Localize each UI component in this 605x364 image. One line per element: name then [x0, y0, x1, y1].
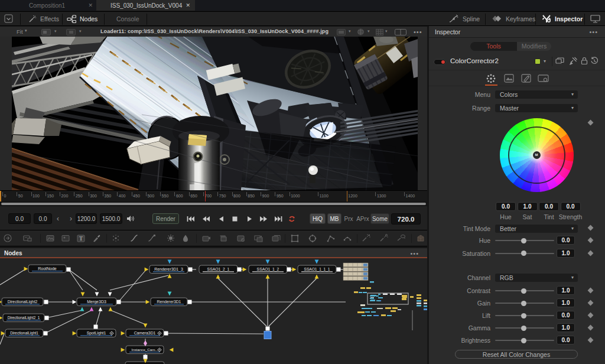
svg-text:Renderer3D1: Renderer3D1 — [157, 300, 181, 304]
svg-text:T: T — [79, 235, 83, 242]
svg-text:Camera3D1: Camera3D1 — [134, 331, 156, 335]
svg-text:SSAO1_2_1: SSAO1_2_1 — [207, 267, 230, 272]
svg-text:Renderer3D1_3: Renderer3D1_3 — [154, 267, 183, 272]
svg-text:DirectionalLight1: DirectionalLight1 — [10, 331, 38, 336]
svg-text:SSAO1_1_2: SSAO1_1_2 — [257, 267, 279, 272]
svg-text:DirectionalLight2_1: DirectionalLight2_1 — [8, 316, 40, 320]
svg-text:DirectionalLight2: DirectionalLight2 — [8, 300, 38, 304]
svg-text:SpotLight1: SpotLight1 — [87, 331, 106, 336]
svg-text:Instance_Cam...: Instance_Cam... — [131, 347, 158, 352]
svg-text:SSAO1_1_1_1: SSAO1_1_1_1 — [304, 267, 330, 272]
svg-text:RootNode: RootNode — [38, 266, 57, 271]
svg-text:Merge3D3: Merge3D3 — [87, 300, 106, 304]
